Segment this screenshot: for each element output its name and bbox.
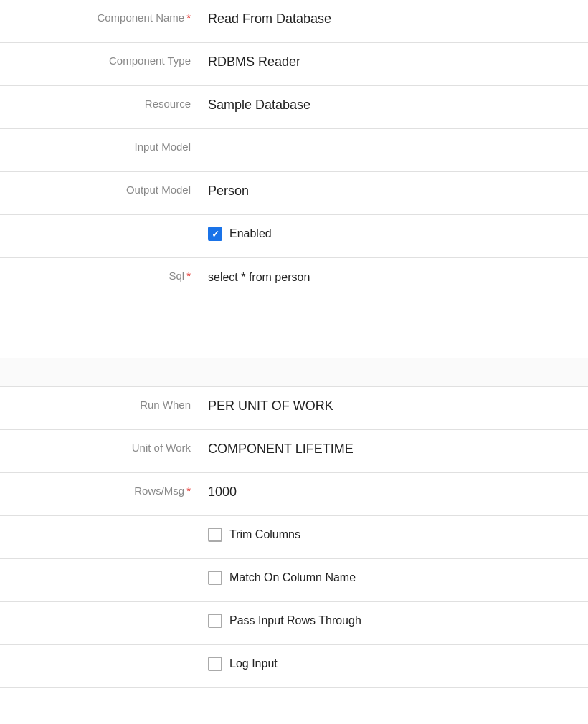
rows-msg-label: Rows/Msg* <box>0 483 208 497</box>
run-when-row: Run When PER UNIT OF WORK <box>0 387 588 430</box>
sql-row: Sql* select * from person <box>0 258 588 358</box>
unit-of-work-row: Unit of Work COMPONENT LIFETIME <box>0 430 588 473</box>
match-on-column-name-label-empty <box>0 569 208 571</box>
trim-columns-checkbox-row: Trim Columns <box>208 528 588 542</box>
section-divider <box>0 358 588 387</box>
sql-value: select * from person <box>208 268 588 284</box>
unit-of-work-label: Unit of Work <box>0 440 208 454</box>
pass-input-rows-through-checkbox-label: Pass Input Rows Through <box>229 614 361 627</box>
match-on-column-name-field: Match On Column Name <box>208 569 588 585</box>
output-model-label: Output Model <box>0 182 208 196</box>
run-when-label: Run When <box>0 397 208 411</box>
enabled-checkbox-row: ✓ Enabled <box>208 227 588 241</box>
sql-label: Sql* <box>0 268 208 282</box>
trim-columns-field: Trim Columns <box>208 526 588 542</box>
log-input-checkbox-label: Log Input <box>229 657 278 670</box>
trim-columns-checkbox-label: Trim Columns <box>229 528 300 541</box>
match-on-column-name-checkbox-label: Match On Column Name <box>229 571 356 584</box>
run-when-value: PER UNIT OF WORK <box>208 397 588 414</box>
component-name-label: Component Name* <box>0 10 208 24</box>
trim-columns-row: Trim Columns <box>0 516 588 559</box>
log-input-row: Log Input <box>0 645 588 688</box>
pass-input-rows-through-checkbox[interactable] <box>208 614 222 628</box>
rows-msg-required-indicator: * <box>186 485 191 497</box>
resource-label: Resource <box>0 96 208 110</box>
enabled-field: ✓ Enabled <box>208 225 588 241</box>
component-type-value: RDBMS Reader <box>208 53 588 70</box>
input-model-label: Input Model <box>0 139 208 153</box>
resource-row: Resource Sample Database <box>0 86 588 129</box>
component-name-row: Component Name* Read From Database <box>0 0 588 43</box>
enabled-checkbox[interactable]: ✓ <box>208 227 222 241</box>
output-model-row: Output Model Person <box>0 172 588 215</box>
enabled-checkbox-label: Enabled <box>229 227 272 240</box>
match-on-column-name-checkbox[interactable] <box>208 571 222 585</box>
checkmark-icon: ✓ <box>212 229 219 239</box>
input-model-value <box>208 139 588 140</box>
pass-input-rows-through-field: Pass Input Rows Through <box>208 612 588 628</box>
rows-msg-value: 1000 <box>208 483 588 500</box>
rows-msg-row: Rows/Msg* 1000 <box>0 473 588 516</box>
component-type-row: Component Type RDBMS Reader <box>0 43 588 86</box>
log-input-checkbox-row: Log Input <box>208 657 588 671</box>
log-input-field: Log Input <box>208 655 588 671</box>
enabled-row: ✓ Enabled <box>0 215 588 258</box>
trim-columns-label-empty <box>0 526 208 528</box>
match-on-column-name-checkbox-row: Match On Column Name <box>208 571 588 585</box>
enabled-label-empty <box>0 225 208 227</box>
log-input-label-empty <box>0 655 208 657</box>
pass-input-rows-through-label-empty <box>0 612 208 614</box>
trim-columns-checkbox[interactable] <box>208 528 222 542</box>
component-type-label: Component Type <box>0 53 208 67</box>
required-indicator: * <box>186 11 191 24</box>
match-on-column-name-row: Match On Column Name <box>0 559 588 602</box>
form-container: Component Name* Read From Database Compo… <box>0 0 588 688</box>
pass-input-rows-through-checkbox-row: Pass Input Rows Through <box>208 614 588 628</box>
pass-input-rows-through-row: Pass Input Rows Through <box>0 602 588 645</box>
resource-value: Sample Database <box>208 96 588 113</box>
unit-of-work-value: COMPONENT LIFETIME <box>208 440 588 457</box>
component-name-value: Read From Database <box>208 10 588 27</box>
log-input-checkbox[interactable] <box>208 657 222 671</box>
output-model-value: Person <box>208 182 588 199</box>
input-model-row: Input Model <box>0 129 588 172</box>
sql-required-indicator: * <box>186 270 191 282</box>
